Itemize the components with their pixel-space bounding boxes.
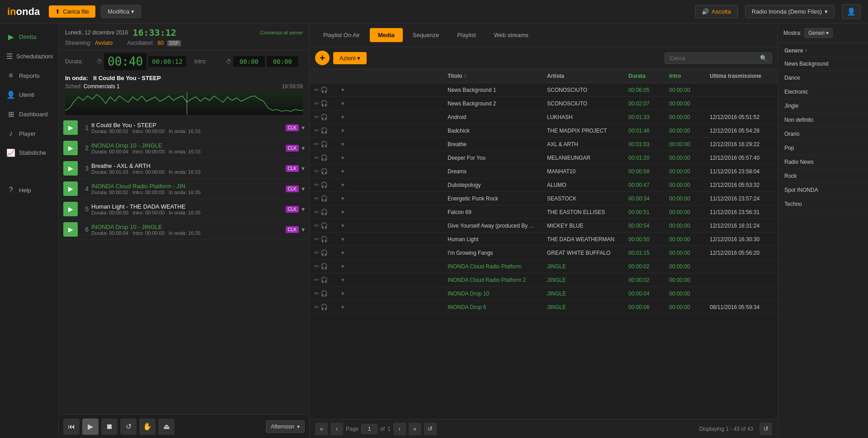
genre-item[interactable]: Jingle [778, 99, 868, 113]
chevron-down-icon[interactable]: ▾ [341, 263, 344, 270]
sidebar-item-diretta[interactable]: ▶ Diretta [0, 27, 58, 47]
edit-icon[interactable]: ✏ [314, 127, 319, 134]
repeat-button[interactable]: ↺ [120, 419, 137, 435]
headphone-icon[interactable]: 🎧 [321, 168, 328, 175]
edit-icon[interactable]: ✏ [314, 304, 319, 310]
genre-item[interactable]: News Background [778, 57, 868, 71]
edit-icon[interactable]: ✏ [314, 209, 319, 215]
headphone-icon[interactable]: 🎧 [321, 86, 328, 93]
pl-play-button[interactable]: ▶ [63, 202, 78, 216]
modifica-button[interactable]: Modifica ▾ [101, 5, 141, 18]
headphone-icon[interactable]: 🎧 [321, 127, 328, 134]
chevron-down-icon[interactable]: ▾ [341, 290, 344, 297]
headphone-icon[interactable]: 🎧 [321, 249, 328, 256]
edit-icon[interactable]: ✏ [314, 236, 319, 243]
headphone-icon[interactable]: 🎧 [321, 209, 328, 215]
refresh-button[interactable]: ↺ [760, 423, 772, 435]
eject-button[interactable]: ⏏ [158, 419, 175, 435]
expand-icon[interactable]: ▾ [302, 205, 305, 213]
sidebar-item-schedulazioni[interactable]: ☰ Schedulazioni [0, 47, 58, 66]
headphone-icon[interactable]: 🎧 [321, 114, 328, 120]
pl-play-button[interactable]: ▶ [63, 222, 78, 237]
upload-button[interactable]: ⬆ Carica file [49, 5, 95, 18]
genre-item[interactable]: Radio News [778, 155, 868, 169]
chevron-down-icon[interactable]: ▾ [341, 154, 344, 161]
headphone-icon[interactable]: 🎧 [321, 141, 328, 148]
search-input[interactable] [670, 55, 760, 62]
reload-button[interactable]: ↺ [424, 423, 437, 435]
col-header-title[interactable]: Titolo ↑ [443, 69, 542, 83]
radio-selector[interactable]: Radio Inonda (Demo Files) ▾ [745, 5, 835, 18]
expand-icon[interactable]: ▾ [302, 124, 305, 131]
chevron-down-icon[interactable]: ▾ [341, 100, 344, 107]
page-input[interactable] [361, 424, 377, 434]
edit-icon[interactable]: ✏ [314, 141, 319, 148]
expand-icon[interactable]: ▾ [302, 165, 305, 172]
sidebar-item-player[interactable]: ♪ Player [0, 124, 58, 143]
edit-icon[interactable]: ✏ [314, 195, 319, 202]
chevron-down-icon[interactable]: ▾ [341, 236, 344, 243]
chevron-down-icon[interactable]: ▾ [341, 86, 344, 93]
play-button[interactable]: ▶ [82, 419, 99, 435]
skip-back-button[interactable]: ⏮ [63, 419, 80, 435]
chevron-down-icon[interactable]: ▾ [341, 181, 344, 188]
headphone-icon[interactable]: 🎧 [321, 154, 328, 161]
tab-playlist[interactable]: Playlist [449, 28, 484, 42]
genre-item[interactable]: Rock [778, 169, 868, 183]
genre-item[interactable]: Non definito [778, 113, 868, 127]
pl-play-button[interactable]: ▶ [63, 181, 78, 196]
headphone-icon[interactable]: 🎧 [321, 195, 328, 202]
edit-icon[interactable]: ✏ [314, 222, 319, 229]
headphone-icon[interactable]: 🎧 [321, 290, 328, 297]
tab-webstreams[interactable]: Web streams [486, 28, 537, 42]
hand-button[interactable]: ✋ [139, 419, 156, 435]
genre-item[interactable]: Spot INONDA [778, 183, 868, 197]
chevron-down-icon[interactable]: ▾ [341, 141, 344, 148]
stop-button[interactable]: ⏹ [101, 419, 118, 435]
headphone-icon[interactable]: 🎧 [321, 304, 328, 310]
headphone-icon[interactable]: 🎧 [321, 222, 328, 229]
sidebar-item-dashboard[interactable]: ⊞ Dashboard [0, 105, 58, 124]
edit-icon[interactable]: ✏ [314, 168, 319, 175]
expand-icon[interactable]: ▾ [302, 185, 305, 192]
tab-media[interactable]: Media [370, 28, 403, 42]
chevron-down-icon[interactable]: ▾ [341, 276, 344, 283]
chevron-down-icon[interactable]: ▾ [341, 249, 344, 256]
chevron-down-icon[interactable]: ▾ [341, 114, 344, 120]
sidebar-item-utenti[interactable]: 👤 Utenti [0, 85, 58, 105]
pl-play-button[interactable]: ▶ [63, 141, 78, 155]
edit-icon[interactable]: ✏ [314, 86, 319, 93]
genre-dropdown[interactable]: Generi ▾ [804, 28, 833, 38]
edit-icon[interactable]: ✏ [314, 181, 319, 188]
genre-list-header[interactable]: Genere ↑ [778, 45, 868, 57]
headphone-icon[interactable]: 🎧 [321, 236, 328, 243]
edit-icon[interactable]: ✏ [314, 290, 319, 297]
expand-icon[interactable]: ▾ [302, 144, 305, 152]
add-button[interactable]: + [315, 51, 330, 65]
pl-play-button[interactable]: ▶ [63, 120, 78, 135]
page-last-button[interactable]: » [409, 423, 421, 435]
page-next-button[interactable]: › [393, 423, 406, 435]
tab-playlist-on-air[interactable]: Playlist On Air [315, 28, 368, 42]
chevron-down-icon[interactable]: ▾ [341, 209, 344, 215]
edit-icon[interactable]: ✏ [314, 114, 319, 120]
expand-icon[interactable]: ▾ [302, 226, 305, 233]
chevron-down-icon[interactable]: ▾ [341, 168, 344, 175]
edit-icon[interactable]: ✏ [314, 154, 319, 161]
user-button[interactable]: 👤 [842, 4, 861, 19]
edit-icon[interactable]: ✏ [314, 263, 319, 270]
chevron-down-icon[interactable]: ▾ [341, 127, 344, 134]
chevron-down-icon[interactable]: ▾ [341, 222, 344, 229]
program-dropdown[interactable]: Afternoon ▾ [266, 420, 305, 433]
tab-sequenze[interactable]: Sequenze [405, 28, 448, 42]
sidebar-item-help[interactable]: ? Help [0, 181, 58, 200]
headphone-icon[interactable]: 🎧 [321, 181, 328, 188]
genre-item[interactable]: Pop [778, 141, 868, 155]
edit-icon[interactable]: ✏ [314, 249, 319, 256]
genre-item[interactable]: Dance [778, 71, 868, 85]
ascolta-button[interactable]: 🔊 Ascolta [695, 5, 738, 18]
sidebar-item-statistiche[interactable]: 📈 Statistiche [0, 143, 58, 162]
genre-item[interactable]: Electronic [778, 85, 868, 99]
page-prev-button[interactable]: ‹ [330, 423, 343, 435]
azioni-button[interactable]: Azioni ▾ [333, 52, 367, 64]
